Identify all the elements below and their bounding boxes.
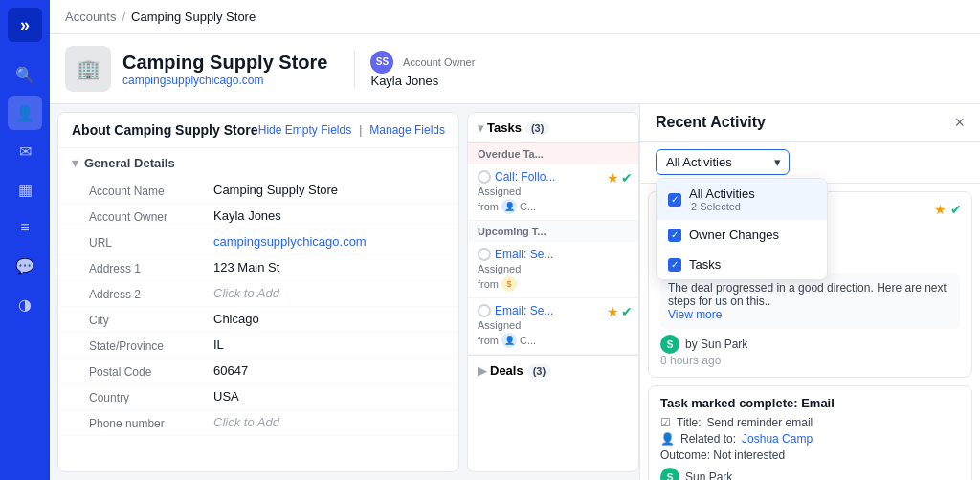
sidebar-pie-icon[interactable]: ◑: [8, 287, 42, 321]
sidebar-chat-icon[interactable]: 💬: [8, 249, 42, 283]
related-icon-2: 👤: [660, 432, 675, 446]
card-1-icons: ★ ✔: [934, 202, 962, 217]
section-label: General Details: [84, 156, 175, 170]
owner-name: Kayla Jones: [370, 74, 475, 88]
upcoming-label: Upcoming T...: [468, 221, 638, 242]
account-url[interactable]: campingsupplychicago.com: [122, 74, 327, 87]
deals-header: ▶ Deals (3): [468, 355, 638, 385]
card-1-author-avatar: S: [660, 335, 679, 354]
dropdown-item-owner[interactable]: ✓ Owner Changes: [657, 220, 827, 250]
breadcrumb-parent[interactable]: Accounts: [65, 10, 116, 24]
hide-empty-fields-link[interactable]: Hide Empty Fields: [258, 123, 351, 137]
sidebar-table-icon[interactable]: ▦: [8, 172, 42, 207]
close-button[interactable]: ×: [954, 114, 965, 131]
task-1-title[interactable]: Call: Follo...: [495, 170, 555, 184]
dropdown-item-all[interactable]: ✓ All Activities 2 Selected: [657, 179, 827, 220]
star-icon-card1: ★: [934, 202, 947, 217]
card-1-note: The deal progressed in a good direction.…: [660, 273, 960, 329]
task-3-checkbox[interactable]: [478, 304, 491, 317]
field-value-account-name[interactable]: Camping Supply Store: [213, 183, 445, 198]
view-more-link[interactable]: View more: [668, 308, 722, 321]
tasks-chevron-icon: ▾: [478, 121, 483, 135]
tasks-checkbox[interactable]: ✓: [668, 258, 681, 272]
field-value-city[interactable]: Chicago: [213, 312, 445, 327]
activity-title: Recent Activity: [656, 114, 766, 131]
logo-text: »: [20, 15, 30, 35]
sidebar-user-icon[interactable]: 👤: [8, 96, 42, 130]
dropdown-menu: ✓ All Activities 2 Selected ✓ Owner Chan…: [656, 178, 828, 280]
field-address2: Address 2 Click to Add: [58, 281, 458, 307]
task-3-from: from 👤 C...: [478, 333, 629, 348]
field-label-account-owner: Account Owner: [89, 208, 213, 224]
field-value-url[interactable]: campingsupplychicago.com: [213, 234, 445, 250]
sidebar-logo[interactable]: »: [8, 8, 42, 42]
card-1-author: by Sun Park: [685, 338, 747, 351]
field-account-name: Account Name Camping Supply Store: [58, 178, 458, 204]
task-3-title[interactable]: Email: Se...: [495, 304, 553, 317]
title-value-2: Send reminder email: [707, 416, 813, 429]
owner-changes-checkbox[interactable]: ✓: [668, 229, 681, 242]
star-icon-1: ★: [607, 170, 619, 185]
star-icon-3: ★: [607, 304, 619, 319]
activity-header: Recent Activity ×: [640, 104, 980, 142]
field-value-postal[interactable]: 60647: [213, 363, 445, 379]
tasks-panel: ▾ Tasks (3) Overdue Ta... ★ ✔ Call: Foll…: [467, 112, 639, 472]
account-owner-section: SS Account Owner Kayla Jones: [354, 51, 475, 88]
field-phone: Phone number Click to Add: [58, 410, 458, 436]
field-value-account-owner[interactable]: Kayla Jones: [213, 208, 445, 224]
field-value-state[interactable]: IL: [213, 338, 445, 353]
task-2-title[interactable]: Email: Se...: [495, 248, 553, 261]
card-2-footer: S Sun Park: [660, 468, 960, 480]
field-value-country[interactable]: USA: [213, 389, 445, 404]
sidebar-list-icon[interactable]: ≡: [8, 210, 42, 245]
filter-dropdown[interactable]: All Activities ▾: [656, 149, 790, 175]
account-header: 🏢 Camping Supply Store campingsupplychic…: [50, 34, 980, 104]
field-value-address1[interactable]: 123 Main St: [213, 260, 445, 275]
field-url: URL campingsupplychicago.com: [58, 229, 458, 255]
field-label-postal: Postal Code: [89, 363, 213, 379]
card-2-outcome: Outcome: Not interested: [660, 448, 960, 462]
task-1-checkbox[interactable]: [478, 170, 491, 184]
account-info: Camping Supply Store campingsupplychicag…: [122, 52, 327, 87]
manage-fields-link[interactable]: Manage Fields: [369, 123, 445, 137]
task-2-checkbox[interactable]: [478, 248, 491, 261]
card-1-timestamp: 8 hours ago: [660, 354, 960, 367]
task-item-2: Email: Se... Assigned from $: [468, 242, 638, 298]
field-value-phone[interactable]: Click to Add: [213, 415, 445, 430]
sidebar-search-icon[interactable]: 🔍: [8, 57, 42, 92]
account-name: Camping Supply Store: [122, 52, 327, 74]
task-2-avatar: $: [501, 276, 517, 292]
sidebar-email-icon[interactable]: ✉: [8, 134, 42, 168]
selected-count: 2 Selected: [691, 201, 755, 212]
task-3-avatar: 👤: [501, 333, 517, 348]
owner-badge: SS: [370, 51, 393, 74]
related-link-2[interactable]: Joshua Camp: [742, 432, 813, 446]
activity-card-2: Task marked complete: Email ☑ Title: Sen…: [648, 385, 972, 480]
all-activities-option: All Activities 2 Selected: [689, 186, 755, 212]
task-1-avatar: 👤: [501, 199, 517, 214]
all-activities-checkbox[interactable]: ✓: [668, 193, 681, 207]
field-label-phone: Phone number: [89, 415, 213, 430]
task-item-3: ★ ✔ Email: Se... Assigned from 👤 C...: [468, 298, 638, 355]
field-label-country: Country: [89, 389, 213, 404]
card-2-author: Sun Park: [685, 470, 732, 480]
owner-changes-label: Owner Changes: [689, 228, 779, 242]
task-item-1: ★ ✔ Call: Follo... Assigned from 👤 C...: [468, 164, 638, 221]
task-3-assigned: Assigned: [478, 319, 629, 331]
breadcrumb-current: Camping Supply Store: [131, 10, 256, 24]
deals-title: Deals: [490, 363, 523, 378]
breadcrumb-separator: /: [122, 10, 125, 24]
card-2-title: Task marked complete: Email: [660, 396, 960, 410]
dropdown-item-tasks[interactable]: ✓ Tasks: [657, 250, 827, 279]
field-city: City Chicago: [58, 307, 458, 333]
card-2-field-title: ☑ Title: Send reminder email: [660, 416, 960, 429]
field-label-state: State/Province: [89, 338, 213, 353]
upcoming-text: Upcoming T...: [478, 226, 546, 237]
general-details-section[interactable]: ▾ General Details: [58, 148, 458, 178]
field-address1: Address 1 123 Main St: [58, 255, 458, 281]
activity-panel: Recent Activity × All Activities ▾ ✓ All…: [639, 104, 980, 480]
field-value-address2[interactable]: Click to Add: [213, 286, 445, 301]
field-postal: Postal Code 60647: [58, 359, 458, 384]
owner-label: SS Account Owner: [370, 51, 475, 74]
account-avatar: 🏢: [65, 46, 111, 92]
